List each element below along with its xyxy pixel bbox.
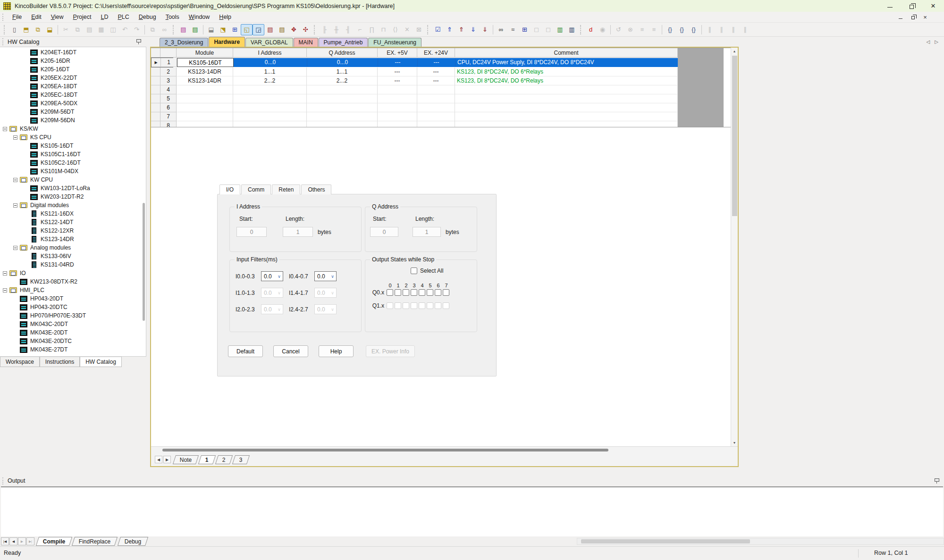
panel-tab-instructions[interactable]: Instructions [40,357,80,367]
filter-select-i2-0-2-3[interactable]: 0.0∨ [261,304,283,314]
clear-program-button[interactable]: ⬓ [205,24,217,35]
output-scrollbar-thumb[interactable] [581,539,750,543]
checkbox-q0-x-3[interactable] [411,289,417,296]
software-window-button[interactable]: ◲ [253,24,264,35]
row-number-cell[interactable]: 3 [160,76,177,85]
filter-select-i1-4-1-7[interactable]: 0.0∨ [314,288,337,298]
tree-item-io[interactable]: IO [0,269,146,277]
copy-pages-button[interactable]: ⧉ [147,24,159,35]
tree-item-kw-cpu[interactable]: KW CPU [0,176,146,184]
insert-contact-button[interactable]: ╟ [319,24,330,35]
step-over-button[interactable]: {} [676,24,688,35]
tree-item-ks105c2-16dt[interactable]: KS105C2-16DT [0,159,146,167]
new-file-button[interactable]: ▯ [8,24,20,35]
table-row-6[interactable]: 6 [151,103,738,112]
mdi-minimize-button[interactable] [896,13,905,21]
reset-plc-button[interactable]: ↺ [613,24,624,35]
editor-tab-var-global[interactable]: VAR_GLOBAL [245,38,293,47]
ex-power-info-button[interactable]: EX. Power Info [366,345,415,357]
cell-i-address[interactable] [233,121,307,127]
checkbox-q0-x-6[interactable] [435,289,441,296]
output-tab-debug[interactable]: Debug [118,537,149,546]
delete-network-button[interactable]: ⊠ [413,24,425,35]
insert-box-button[interactable]: ∏ [366,24,378,35]
i-start-field[interactable]: 0 [236,227,267,237]
row-number-cell[interactable]: 8 [160,121,177,127]
cell-module[interactable]: KS123-14DR [177,67,233,76]
cell-ex-24v[interactable] [417,103,455,112]
collapse-icon[interactable] [13,203,17,208]
menu-file[interactable]: File [8,12,26,22]
cell-ex-24v[interactable] [417,85,455,94]
tree-item-kw103-12dt-lora[interactable]: KW103-12DT-LoRa [0,184,146,192]
tree-item-hmi-plc[interactable]: HMI_PLC [0,286,146,294]
horizontal-scrollbar-thumb[interactable] [162,449,608,451]
tree-item-k209ea-50dx[interactable]: K209EA-50DX [0,99,146,108]
toolbar-grip[interactable] [580,25,582,34]
checkbox-q0-x-1[interactable] [395,289,401,296]
cell-i-address[interactable]: 1...1 [233,67,307,76]
tree-scrollbar-thumb[interactable] [143,203,145,321]
insert-branch-button[interactable]: ⟨⟩ [389,24,401,35]
cell-comment[interactable] [455,112,678,121]
lock-button[interactable]: ◻ [531,24,542,35]
row-selector-cell[interactable] [151,94,160,103]
cell-ex-24v[interactable]: --- [418,58,455,67]
cell-module[interactable] [177,103,233,112]
program-list-button[interactable]: ≡ [636,24,648,35]
output-tab-compile[interactable]: Compile [36,537,73,546]
tree-item-k204et-16dt[interactable]: K204ET-16DT [0,48,146,57]
tree-item-k205-16dt[interactable]: K205-16DT [0,65,146,74]
cell-q-address[interactable] [307,112,378,121]
tree-item-k205ec-18dt[interactable]: K205EC-18DT [0,91,146,99]
tree-item-mk043e-20dtc[interactable]: MK043E-20DTC [0,337,146,345]
default-button[interactable]: Default [228,345,263,357]
cell-ex-5v[interactable]: --- [378,58,418,67]
cell-comment[interactable] [455,121,678,127]
row-number-cell[interactable]: 1 [161,58,177,67]
tree-item-hp070-hp070e-33dt[interactable]: HP070/HP070E-33DT [0,311,146,320]
collapse-network-button[interactable]: ✣ [300,24,312,35]
cell-ex-24v[interactable] [417,121,455,127]
tree-item-ks105-16dt[interactable]: KS105-16DT [0,142,146,150]
row-selector-cell[interactable] [151,112,160,121]
row-number-cell[interactable]: 7 [160,112,177,121]
pause-mode-button[interactable]: ∥ [716,24,727,35]
filter-select-i0-4-0-7[interactable]: 0.0∨ [314,271,337,281]
tree-item-mk043c-20dt[interactable]: MK043C-20DT [0,320,146,328]
monitor-edit-button[interactable]: ≈ [507,24,519,35]
editor-tab-pumpe-antrieb[interactable]: Pumpe_Antrieb [319,38,368,47]
open-all-files-button[interactable]: ⧉ [32,24,44,35]
tree-item-k205-16dr[interactable]: K205-16DR [0,57,146,65]
continue-mode-button[interactable]: ∥ [739,24,751,35]
checkbox-q1-x-0[interactable] [387,302,393,309]
row-selector-cell[interactable] [151,103,160,112]
tree-item-mk043e-27dt[interactable]: MK043E-27DT [0,345,146,354]
cell-ex-5v[interactable] [378,121,417,127]
row-selector-cell[interactable] [151,67,160,76]
cell-q-address[interactable] [307,103,378,112]
download-data-button[interactable]: ⇓ [479,24,491,35]
mdi-close-button[interactable]: × [920,13,930,21]
cell-q-address[interactable] [307,121,378,127]
help-button[interactable]: Help [319,345,354,357]
import-export-button[interactable]: ⬔ [217,24,229,35]
cell-module[interactable] [177,85,233,94]
menubar-grip[interactable] [2,14,5,21]
address-map-button[interactable]: ⊞ [229,24,241,35]
cell-module[interactable]: KS123-14DR [177,76,233,85]
compile-page-button[interactable]: ▤ [177,24,189,35]
editor-tab-2-3-dosierung[interactable]: 2_3_Dosierung [160,38,208,47]
status-chart-button[interactable]: ⊞ [519,24,531,35]
cell-ex-5v[interactable] [378,112,417,121]
cell-q-address[interactable]: 1...1 [307,67,378,76]
output-pin-icon[interactable] [934,478,939,484]
tree-item-ks123-14dr[interactable]: KS123-14DR [0,235,146,243]
monitor-mode-button[interactable]: ∞ [495,24,507,35]
cell-q-address[interactable] [307,94,378,103]
sheet-tab-1[interactable]: 1 [198,455,216,464]
horizontal-scrollbar[interactable] [151,446,738,453]
editor-tab-fu-ansteuerung[interactable]: FU_Ansteuerung [368,38,421,47]
editor-tab-hardware[interactable]: Hardware [209,37,245,47]
cell-ex-24v[interactable]: --- [417,67,455,76]
